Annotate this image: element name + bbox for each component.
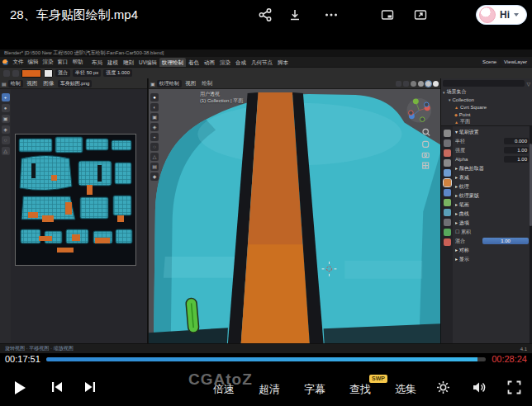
tool-icon[interactable]: + <box>2 93 10 102</box>
properties-tab-icon[interactable] <box>444 159 451 167</box>
tool-icon[interactable]: ◆ <box>150 172 159 181</box>
player-control[interactable]: 字幕 <box>304 382 325 397</box>
next-icon[interactable] <box>83 380 97 394</box>
tool-icon[interactable]: ◌ <box>150 143 159 151</box>
property-row[interactable]: ▸ 笔画 <box>455 201 529 209</box>
outliner-row[interactable]: ▾场景集合 <box>443 88 530 96</box>
mode-toggle-icon[interactable] <box>12 70 19 77</box>
uv-view-menu[interactable]: 视图 <box>25 80 40 87</box>
shading-rendered-icon[interactable] <box>433 81 439 87</box>
player-control[interactable]: 超清 <box>259 382 280 397</box>
scene-selector[interactable]: Scene <box>480 59 499 66</box>
blend-mode-field[interactable]: 混合 <box>55 69 70 77</box>
tool-icon[interactable]: ◐ <box>150 103 159 111</box>
viewport-3d[interactable]: ▣ 纹理绘制 视图 绘制 <box>148 78 440 343</box>
brush-tool-icon[interactable] <box>3 70 10 77</box>
tool-icon[interactable]: ▣ <box>150 113 159 121</box>
property-value[interactable]: 1.00 <box>504 156 529 163</box>
properties-tab-icon[interactable] <box>444 229 451 236</box>
properties-tab-icon[interactable] <box>444 130 451 137</box>
properties-tab-icon[interactable] <box>444 189 451 196</box>
property-row[interactable]: ▸ 选项 <box>455 219 529 227</box>
properties-tab-icon[interactable] <box>444 238 451 246</box>
workspace-tab[interactable]: 几何节点 <box>249 58 275 67</box>
workspace-tab[interactable]: 着色 <box>186 58 202 67</box>
player-control[interactable]: 倍速 <box>213 382 235 397</box>
uv-texture-image[interactable] <box>15 134 136 266</box>
viewport-paint-menu[interactable]: 绘制 <box>200 80 215 87</box>
viewport-editor-icon[interactable]: ▣ <box>150 81 155 87</box>
workspace-tab[interactable]: 渲染 <box>217 58 233 67</box>
workspace-tab[interactable]: UV编辑 <box>136 58 159 67</box>
menu-item[interactable]: 窗口 <box>55 59 70 66</box>
download-icon[interactable] <box>287 7 302 22</box>
tool-icon[interactable]: ◈ <box>2 125 10 134</box>
property-row[interactable]: ▸ 曲线 <box>455 210 529 218</box>
property-value[interactable]: 1.00 <box>482 238 529 244</box>
property-row[interactable]: 半径0.000 <box>455 137 529 145</box>
video-frame[interactable]: Blender* [D:\500 New 工程\500 进阶\汽车绘制-FanF… <box>0 50 532 353</box>
workspace-tab[interactable]: 脚本 <box>275 58 291 67</box>
paint-color-swatch[interactable] <box>21 69 41 78</box>
tool-icon[interactable]: ◌ <box>2 136 10 144</box>
menu-item[interactable]: 文件 <box>11 59 26 66</box>
property-row[interactable]: 混合1.00 <box>455 237 529 245</box>
tool-icon[interactable]: △ <box>150 153 159 161</box>
properties-tab-icon[interactable] <box>444 179 451 186</box>
property-row[interactable]: ▸ 对称 <box>455 246 529 254</box>
viewport-view-menu[interactable]: 视图 <box>183 80 198 87</box>
property-row[interactable]: ▾ 笔刷设置 <box>455 128 529 136</box>
pip-icon[interactable] <box>380 7 395 22</box>
uv-canvas[interactable]: +●▣◈◌△ <box>0 89 147 343</box>
workspace-tab[interactable]: 动画 <box>202 58 217 67</box>
menu-item[interactable]: 帮助 <box>70 59 85 66</box>
outliner-row[interactable]: ◆Point <box>443 111 530 118</box>
brush-strength-field[interactable]: 强度 1.000 <box>103 69 132 77</box>
outliner-search-input[interactable] <box>443 80 525 87</box>
tool-icon[interactable]: ◈ <box>150 123 159 131</box>
tool-icon[interactable]: ● <box>2 104 10 112</box>
property-row[interactable]: 强度1.00 <box>455 146 529 154</box>
secondary-color-swatch[interactable] <box>44 69 53 78</box>
overlay-toggle-icon[interactable] <box>396 81 401 87</box>
property-row[interactable]: Alpha1.00 <box>455 155 529 163</box>
property-value[interactable]: 0.000 <box>504 138 529 144</box>
shading-solid-icon[interactable] <box>418 81 424 87</box>
properties-editor[interactable]: ▾ 笔刷设置半径0.000强度1.00Alpha1.00▸ 颜色拾取器▸ 衰减▸… <box>441 126 532 343</box>
outliner-row[interactable]: ▾Collection <box>443 96 530 103</box>
properties-tab-icon[interactable] <box>444 219 451 226</box>
workspace-tab[interactable]: 建模 <box>105 58 121 67</box>
image-name-field[interactable]: 车身贴图.png <box>58 80 93 87</box>
uv-image-editor[interactable]: ▤ 绘制 视图 图像 车身贴图.png +●▣◈◌△ <box>0 78 148 343</box>
share-icon[interactable] <box>258 7 273 22</box>
menu-item[interactable]: 渲染 <box>40 59 55 66</box>
property-value[interactable]: 1.00 <box>504 147 529 153</box>
fullscreen-icon[interactable] <box>506 380 522 395</box>
property-row[interactable]: ▸ 颜色拾取器 <box>455 164 529 172</box>
uv-mode-dropdown[interactable]: 绘制 <box>8 80 23 87</box>
interaction-mode-dropdown[interactable]: 纹理绘制 <box>157 80 182 87</box>
property-row[interactable]: ▸ 衰减 <box>455 173 529 182</box>
workspace-tab[interactable]: 布局 <box>89 58 105 67</box>
menu-item[interactable]: 编辑 <box>26 59 40 66</box>
settings-gear-icon[interactable] <box>435 380 451 395</box>
properties-tab-icon[interactable] <box>444 199 451 206</box>
xray-toggle-icon[interactable] <box>403 81 409 87</box>
tool-icon[interactable]: ● <box>150 93 159 102</box>
tool-icon[interactable]: ▤ <box>150 163 159 171</box>
previous-icon[interactable] <box>50 380 64 394</box>
property-row[interactable]: ▸ 纹理 <box>455 182 529 191</box>
seek-bar[interactable] <box>46 357 486 361</box>
workspace-tab[interactable]: 雕刻 <box>121 58 136 67</box>
shading-wireframe-icon[interactable] <box>411 81 416 87</box>
player-control[interactable]: 选集 <box>395 382 416 397</box>
property-row[interactable]: ▸ 纹理蒙版 <box>455 191 529 200</box>
property-row[interactable]: ▸ 显示 <box>455 255 529 263</box>
uv-image-menu[interactable]: 图像 <box>41 80 56 87</box>
tool-icon[interactable]: △ <box>2 147 10 155</box>
tool-icon[interactable]: ▣ <box>2 115 10 123</box>
popout-icon[interactable] <box>413 7 428 22</box>
viewport-canvas[interactable]: ●◐▣◈+◌△▤◆ 用户透视 (1) Collection | 平面 <box>149 89 440 343</box>
play-icon[interactable] <box>12 380 28 396</box>
properties-tab-icon[interactable] <box>444 209 451 216</box>
